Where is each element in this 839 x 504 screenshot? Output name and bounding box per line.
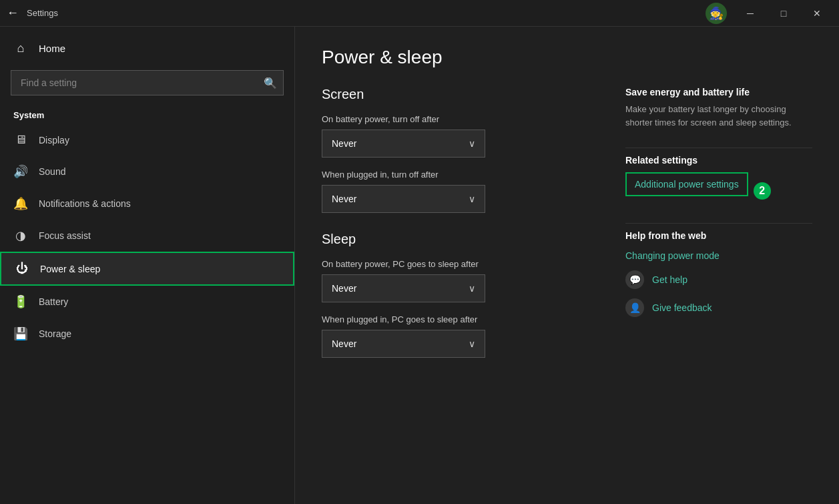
content-inner: Screen On battery power, turn off after …	[322, 87, 812, 360]
page-title: Power & sleep	[322, 47, 812, 68]
get-help-label[interactable]: Get help	[652, 274, 687, 285]
screen-plugged-value: Never	[332, 194, 356, 204]
notifications-icon: 🔔	[13, 196, 28, 211]
chevron-down-icon-2: ∨	[469, 194, 475, 204]
sidebar-item-storage[interactable]: 💾 Storage	[0, 318, 294, 350]
main-layout: ⌂ Home 🔍 System 🖥 Display 🔊 Sound 🔔 Noti…	[0, 27, 839, 504]
content-sidebar: Save energy and battery life Make your b…	[625, 87, 812, 360]
search-wrapper: 🔍	[11, 70, 284, 95]
sound-label: Sound	[39, 166, 65, 177]
display-icon: 🖥	[13, 133, 28, 147]
save-energy-text: Make your battery last longer by choosin…	[625, 103, 812, 129]
sleep-battery-value: Never	[332, 283, 356, 294]
minimize-button[interactable]: ─	[735, 3, 766, 23]
screen-battery-value: Never	[332, 138, 356, 149]
screen-plugged-label: When plugged in, turn off after	[322, 170, 585, 180]
display-label: Display	[39, 135, 69, 146]
sleep-section-title: Sleep	[322, 232, 585, 247]
close-button[interactable]: ✕	[802, 3, 832, 23]
chevron-down-icon-4: ∨	[469, 338, 475, 349]
divider-1	[625, 148, 812, 148]
divider-2	[625, 223, 812, 224]
search-container: 🔍	[0, 63, 294, 102]
focus-icon: ◑	[13, 228, 28, 243]
sleep-plugged-dropdown[interactable]: Never ∨	[322, 330, 485, 358]
sleep-section: Sleep On battery power, PC goes to sleep…	[322, 232, 585, 358]
back-button[interactable]: ←	[7, 6, 19, 20]
sidebar-item-sound[interactable]: 🔊 Sound	[0, 156, 294, 188]
battery-icon: 🔋	[13, 294, 28, 309]
get-help-item[interactable]: 💬 Get help	[625, 270, 812, 289]
give-feedback-label[interactable]: Give feedback	[652, 302, 712, 313]
power-label: Power & sleep	[40, 264, 100, 274]
maximize-button[interactable]: □	[768, 3, 799, 23]
badge-2: 2	[754, 182, 771, 200]
save-energy-box: Save energy and battery life Make your b…	[625, 87, 812, 129]
sidebar-item-home[interactable]: ⌂ Home	[0, 33, 294, 63]
search-input[interactable]	[11, 70, 284, 95]
sleep-plugged-value: Never	[332, 338, 356, 349]
content-main: Screen On battery power, turn off after …	[322, 87, 585, 360]
help-title: Help from the web	[625, 230, 812, 241]
screen-section-title: Screen	[322, 87, 585, 102]
battery-label: Battery	[39, 296, 68, 307]
sleep-battery-label: On battery power, PC goes to sleep after	[322, 259, 585, 269]
system-section-label: System	[0, 102, 294, 124]
sound-icon: 🔊	[13, 164, 28, 179]
sidebar-item-power[interactable]: ⏻ Power & sleep	[0, 252, 294, 286]
sidebar-item-display[interactable]: 🖥 Display	[0, 124, 294, 156]
get-help-icon: 💬	[625, 270, 644, 289]
content-area: Power & sleep Screen On battery power, t…	[295, 27, 839, 504]
sidebar-item-battery[interactable]: 🔋 Battery	[0, 286, 294, 318]
sleep-battery-dropdown[interactable]: Never ∨	[322, 274, 485, 302]
notifications-label: Notifications & actions	[39, 198, 131, 209]
search-icon[interactable]: 🔍	[264, 77, 277, 89]
window-controls: 🧙 ─ □ ✕	[706, 3, 832, 24]
titlebar: ← Settings 🧙 ─ □ ✕	[0, 0, 839, 27]
power-icon: ⏻	[15, 262, 29, 276]
chevron-down-icon-3: ∨	[469, 283, 475, 294]
sidebar: ⌂ Home 🔍 System 🖥 Display 🔊 Sound 🔔 Noti…	[0, 27, 295, 504]
screen-plugged-dropdown[interactable]: Never ∨	[322, 185, 485, 213]
home-icon: ⌂	[13, 41, 28, 55]
home-label: Home	[39, 43, 65, 54]
additional-power-settings-link[interactable]: Additional power settings	[625, 172, 748, 196]
give-feedback-item[interactable]: 👤 Give feedback	[625, 298, 812, 317]
related-settings-label: Related settings	[625, 155, 812, 166]
storage-icon: 💾	[13, 326, 28, 341]
screen-battery-label: On battery power, turn off after	[322, 114, 585, 124]
give-feedback-icon: 👤	[625, 298, 644, 317]
sleep-plugged-label: When plugged in, PC goes to sleep after	[322, 314, 585, 324]
screen-battery-dropdown[interactable]: Never ∨	[322, 130, 485, 158]
changing-power-mode-link[interactable]: Changing power mode	[625, 250, 812, 261]
sidebar-item-notifications[interactable]: 🔔 Notifications & actions	[0, 188, 294, 220]
storage-label: Storage	[39, 328, 71, 339]
sidebar-item-focus[interactable]: ◑ Focus assist	[0, 220, 294, 252]
save-energy-title: Save energy and battery life	[625, 87, 812, 97]
chevron-down-icon: ∨	[469, 138, 475, 149]
focus-label: Focus assist	[39, 230, 91, 241]
avatar: 🧙	[706, 3, 727, 24]
app-title: Settings	[27, 8, 706, 18]
